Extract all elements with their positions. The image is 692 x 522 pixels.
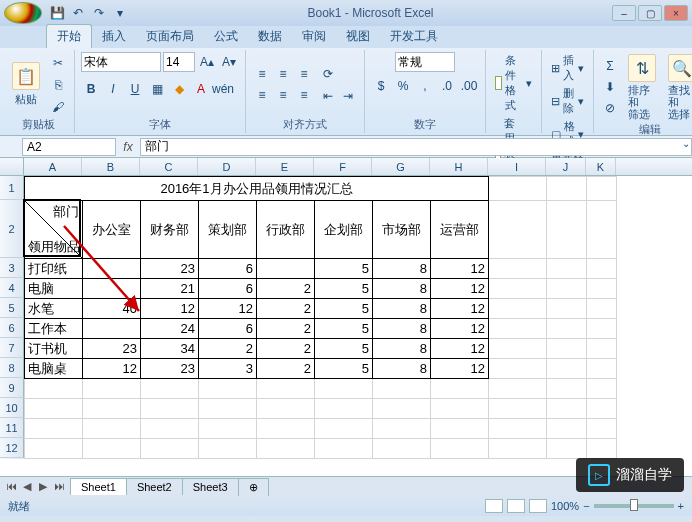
tab-layout[interactable]: 页面布局 [136,25,204,48]
dept-header[interactable]: 财务部 [141,201,199,259]
align-middle-icon[interactable]: ≡ [273,64,293,84]
col-header-F[interactable]: F [314,158,372,175]
table-row[interactable]: 工作本24625812 [25,319,617,339]
redo-icon[interactable]: ↷ [90,4,108,22]
format-painter-icon[interactable]: 🖌 [48,97,68,117]
dept-header[interactable]: 办公室 [83,201,141,259]
col-header-I[interactable]: I [488,158,546,175]
zoom-level[interactable]: 100% [551,500,579,512]
align-top-icon[interactable]: ≡ [252,64,272,84]
font-name-select[interactable] [81,52,161,72]
new-sheet-icon[interactable]: ⊕ [238,478,269,496]
italic-button[interactable]: I [103,79,123,99]
name-box[interactable]: A2 [22,138,116,156]
tab-insert[interactable]: 插入 [92,25,136,48]
col-header-E[interactable]: E [256,158,314,175]
row-header-9[interactable]: 9 [0,378,24,398]
number-format-select[interactable] [395,52,455,72]
col-header-K[interactable]: K [586,158,616,175]
grow-font-icon[interactable]: A▴ [197,52,217,72]
table-row[interactable]: 订书机2334225812 [25,339,617,359]
row-header-8[interactable]: 8 [0,358,24,378]
tab-first-icon[interactable]: ⏮ [4,480,18,493]
close-button[interactable]: × [664,5,688,21]
shrink-font-icon[interactable]: A▾ [219,52,239,72]
paste-button[interactable]: 📋 粘贴 [8,60,44,109]
tab-next-icon[interactable]: ▶ [36,480,50,493]
row-header-12[interactable]: 12 [0,438,24,458]
office-button[interactable] [4,2,42,24]
accounting-icon[interactable]: $ [371,76,391,96]
fill-color-icon[interactable]: ◆ [169,79,189,99]
cut-icon[interactable]: ✂ [48,53,68,73]
minimize-button[interactable]: – [612,5,636,21]
col-header-G[interactable]: G [372,158,430,175]
bold-button[interactable]: B [81,79,101,99]
tab-view[interactable]: 视图 [336,25,380,48]
col-header-B[interactable]: B [82,158,140,175]
table-row[interactable]: 打印纸2365812 [25,259,617,279]
zoom-in-icon[interactable]: + [678,500,684,512]
tab-formulas[interactable]: 公式 [204,25,248,48]
dept-header[interactable]: 企划部 [315,201,373,259]
row-header-2[interactable]: 2 [0,200,24,258]
row-header-6[interactable]: 6 [0,318,24,338]
col-header-C[interactable]: C [140,158,198,175]
select-all-corner[interactable] [0,158,24,175]
sheet-tab-1[interactable]: Sheet1 [70,478,127,495]
fill-icon[interactable]: ⬇ [600,77,620,97]
font-color-icon[interactable]: A [191,79,211,99]
page-break-view-icon[interactable] [529,499,547,513]
dept-header[interactable]: 策划部 [199,201,257,259]
dept-header[interactable]: 行政部 [257,201,315,259]
tab-data[interactable]: 数据 [248,25,292,48]
undo-icon[interactable]: ↶ [69,4,87,22]
qat-dropdown-icon[interactable]: ▾ [111,4,129,22]
col-header-A[interactable]: A [24,158,82,175]
tab-review[interactable]: 审阅 [292,25,336,48]
page-layout-view-icon[interactable] [507,499,525,513]
row-header-7[interactable]: 7 [0,338,24,358]
table-row[interactable]: 电脑21625812 [25,279,617,299]
fx-icon[interactable]: fx [116,140,140,154]
table-row[interactable]: 水笔40121225812 [25,299,617,319]
inc-decimal-icon[interactable]: .0 [437,76,457,96]
tab-dev[interactable]: 开发工具 [380,25,448,48]
cell-grid[interactable]: 2016年1月办公用品领用情况汇总 部门 领用物品 办公室 财务部 策划部 行政… [24,176,617,459]
indent-dec-icon[interactable]: ⇤ [318,86,338,106]
table-row[interactable]: 电脑桌1223325812 [25,359,617,379]
indent-inc-icon[interactable]: ⇥ [338,86,358,106]
tab-home[interactable]: 开始 [46,24,92,48]
tab-last-icon[interactable]: ⏭ [52,480,66,493]
zoom-slider[interactable] [594,504,674,508]
col-header-D[interactable]: D [198,158,256,175]
row-header-4[interactable]: 4 [0,278,24,298]
delete-cells-button[interactable]: ⊟ 删除 ▾ [548,85,587,117]
tab-prev-icon[interactable]: ◀ [20,480,34,493]
orientation-icon[interactable]: ⟳ [318,64,338,84]
maximize-button[interactable]: ▢ [638,5,662,21]
expand-formula-icon[interactable]: ⌄ [682,138,690,149]
phonetic-icon[interactable]: wén [213,79,233,99]
col-header-J[interactable]: J [546,158,586,175]
autosum-icon[interactable]: Σ [600,56,620,76]
font-size-select[interactable] [163,52,195,72]
dept-header[interactable]: 运营部 [431,201,489,259]
copy-icon[interactable]: ⎘ [48,75,68,95]
dec-decimal-icon[interactable]: .00 [459,76,479,96]
align-center-icon[interactable]: ≡ [273,85,293,105]
align-bottom-icon[interactable]: ≡ [294,64,314,84]
align-right-icon[interactable]: ≡ [294,85,314,105]
row-header-5[interactable]: 5 [0,298,24,318]
sheet-tab-3[interactable]: Sheet3 [182,478,239,495]
row-header-3[interactable]: 3 [0,258,24,278]
formula-input[interactable] [140,138,692,156]
insert-cells-button[interactable]: ⊞ 插入 ▾ [548,52,587,84]
sort-filter-button[interactable]: ⇅ 排序和 筛选 [624,52,660,122]
zoom-out-icon[interactable]: − [583,500,589,512]
clear-icon[interactable]: ⊘ [600,98,620,118]
comma-icon[interactable]: , [415,76,435,96]
row-header-11[interactable]: 11 [0,418,24,438]
border-icon[interactable]: ▦ [147,79,167,99]
align-left-icon[interactable]: ≡ [252,85,272,105]
